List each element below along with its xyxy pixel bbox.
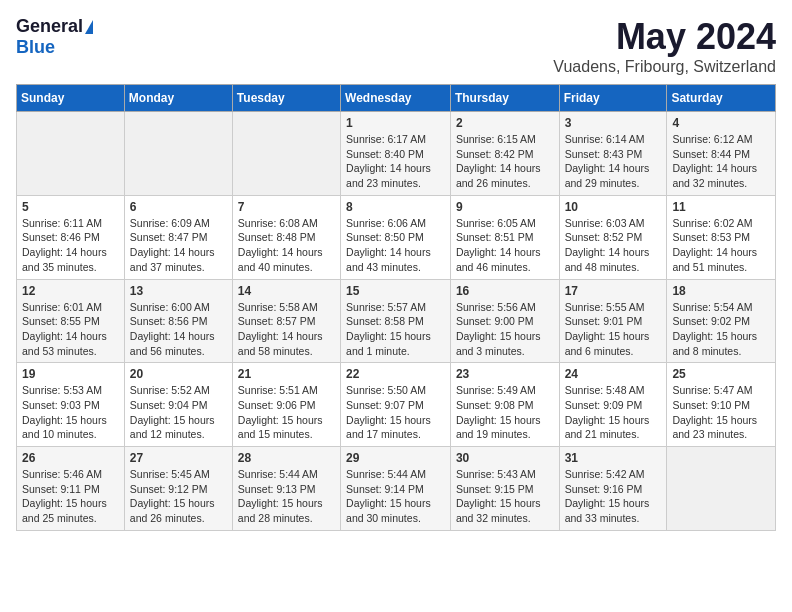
day-number: 31: [565, 451, 662, 465]
calendar-cell: 17Sunrise: 5:55 AM Sunset: 9:01 PM Dayli…: [559, 279, 667, 363]
calendar-cell: [232, 112, 340, 196]
day-number: 29: [346, 451, 445, 465]
day-info: Sunrise: 6:09 AM Sunset: 8:47 PM Dayligh…: [130, 216, 227, 275]
day-number: 12: [22, 284, 119, 298]
day-number: 22: [346, 367, 445, 381]
day-info: Sunrise: 5:43 AM Sunset: 9:15 PM Dayligh…: [456, 467, 554, 526]
day-number: 27: [130, 451, 227, 465]
day-info: Sunrise: 5:52 AM Sunset: 9:04 PM Dayligh…: [130, 383, 227, 442]
day-number: 25: [672, 367, 770, 381]
calendar-cell: 13Sunrise: 6:00 AM Sunset: 8:56 PM Dayli…: [124, 279, 232, 363]
calendar-cell: 7Sunrise: 6:08 AM Sunset: 8:48 PM Daylig…: [232, 195, 340, 279]
calendar-cell: 26Sunrise: 5:46 AM Sunset: 9:11 PM Dayli…: [17, 447, 125, 531]
calendar-cell: 20Sunrise: 5:52 AM Sunset: 9:04 PM Dayli…: [124, 363, 232, 447]
calendar-week-row: 26Sunrise: 5:46 AM Sunset: 9:11 PM Dayli…: [17, 447, 776, 531]
day-info: Sunrise: 6:14 AM Sunset: 8:43 PM Dayligh…: [565, 132, 662, 191]
day-header-wednesday: Wednesday: [341, 85, 451, 112]
day-number: 13: [130, 284, 227, 298]
calendar-cell: 3Sunrise: 6:14 AM Sunset: 8:43 PM Daylig…: [559, 112, 667, 196]
calendar-cell: [124, 112, 232, 196]
calendar-cell: 18Sunrise: 5:54 AM Sunset: 9:02 PM Dayli…: [667, 279, 776, 363]
day-info: Sunrise: 5:51 AM Sunset: 9:06 PM Dayligh…: [238, 383, 335, 442]
calendar-week-row: 19Sunrise: 5:53 AM Sunset: 9:03 PM Dayli…: [17, 363, 776, 447]
calendar-cell: 2Sunrise: 6:15 AM Sunset: 8:42 PM Daylig…: [450, 112, 559, 196]
day-info: Sunrise: 5:46 AM Sunset: 9:11 PM Dayligh…: [22, 467, 119, 526]
page-subtitle: Vuadens, Fribourg, Switzerland: [553, 58, 776, 76]
day-number: 17: [565, 284, 662, 298]
calendar-cell: 21Sunrise: 5:51 AM Sunset: 9:06 PM Dayli…: [232, 363, 340, 447]
calendar-cell: 5Sunrise: 6:11 AM Sunset: 8:46 PM Daylig…: [17, 195, 125, 279]
day-header-friday: Friday: [559, 85, 667, 112]
day-info: Sunrise: 5:53 AM Sunset: 9:03 PM Dayligh…: [22, 383, 119, 442]
day-info: Sunrise: 6:12 AM Sunset: 8:44 PM Dayligh…: [672, 132, 770, 191]
day-info: Sunrise: 5:44 AM Sunset: 9:13 PM Dayligh…: [238, 467, 335, 526]
day-info: Sunrise: 5:44 AM Sunset: 9:14 PM Dayligh…: [346, 467, 445, 526]
logo-general-text: General: [16, 16, 83, 37]
day-number: 4: [672, 116, 770, 130]
logo: General Blue: [16, 16, 93, 58]
day-number: 7: [238, 200, 335, 214]
logo-triangle-icon: [85, 20, 93, 34]
calendar-cell: 1Sunrise: 6:17 AM Sunset: 8:40 PM Daylig…: [341, 112, 451, 196]
calendar-cell: 25Sunrise: 5:47 AM Sunset: 9:10 PM Dayli…: [667, 363, 776, 447]
day-info: Sunrise: 5:49 AM Sunset: 9:08 PM Dayligh…: [456, 383, 554, 442]
day-number: 18: [672, 284, 770, 298]
calendar-cell: 14Sunrise: 5:58 AM Sunset: 8:57 PM Dayli…: [232, 279, 340, 363]
calendar-cell: 22Sunrise: 5:50 AM Sunset: 9:07 PM Dayli…: [341, 363, 451, 447]
day-number: 2: [456, 116, 554, 130]
day-info: Sunrise: 6:06 AM Sunset: 8:50 PM Dayligh…: [346, 216, 445, 275]
calendar-cell: 31Sunrise: 5:42 AM Sunset: 9:16 PM Dayli…: [559, 447, 667, 531]
day-header-saturday: Saturday: [667, 85, 776, 112]
day-number: 15: [346, 284, 445, 298]
logo-blue-text: Blue: [16, 37, 55, 58]
day-info: Sunrise: 5:48 AM Sunset: 9:09 PM Dayligh…: [565, 383, 662, 442]
calendar-week-row: 1Sunrise: 6:17 AM Sunset: 8:40 PM Daylig…: [17, 112, 776, 196]
day-number: 20: [130, 367, 227, 381]
calendar-week-row: 5Sunrise: 6:11 AM Sunset: 8:46 PM Daylig…: [17, 195, 776, 279]
calendar-cell: 28Sunrise: 5:44 AM Sunset: 9:13 PM Dayli…: [232, 447, 340, 531]
day-info: Sunrise: 6:08 AM Sunset: 8:48 PM Dayligh…: [238, 216, 335, 275]
calendar-cell: 16Sunrise: 5:56 AM Sunset: 9:00 PM Dayli…: [450, 279, 559, 363]
calendar-cell: 30Sunrise: 5:43 AM Sunset: 9:15 PM Dayli…: [450, 447, 559, 531]
day-number: 30: [456, 451, 554, 465]
calendar-week-row: 12Sunrise: 6:01 AM Sunset: 8:55 PM Dayli…: [17, 279, 776, 363]
calendar-cell: [667, 447, 776, 531]
day-info: Sunrise: 6:15 AM Sunset: 8:42 PM Dayligh…: [456, 132, 554, 191]
day-header-tuesday: Tuesday: [232, 85, 340, 112]
title-area: May 2024 Vuadens, Fribourg, Switzerland: [553, 16, 776, 76]
day-info: Sunrise: 6:02 AM Sunset: 8:53 PM Dayligh…: [672, 216, 770, 275]
calendar-cell: 15Sunrise: 5:57 AM Sunset: 8:58 PM Dayli…: [341, 279, 451, 363]
day-number: 9: [456, 200, 554, 214]
calendar-cell: 11Sunrise: 6:02 AM Sunset: 8:53 PM Dayli…: [667, 195, 776, 279]
day-info: Sunrise: 5:55 AM Sunset: 9:01 PM Dayligh…: [565, 300, 662, 359]
calendar-cell: 27Sunrise: 5:45 AM Sunset: 9:12 PM Dayli…: [124, 447, 232, 531]
day-info: Sunrise: 6:00 AM Sunset: 8:56 PM Dayligh…: [130, 300, 227, 359]
day-info: Sunrise: 6:01 AM Sunset: 8:55 PM Dayligh…: [22, 300, 119, 359]
calendar-cell: 29Sunrise: 5:44 AM Sunset: 9:14 PM Dayli…: [341, 447, 451, 531]
day-info: Sunrise: 5:58 AM Sunset: 8:57 PM Dayligh…: [238, 300, 335, 359]
day-info: Sunrise: 5:42 AM Sunset: 9:16 PM Dayligh…: [565, 467, 662, 526]
day-number: 3: [565, 116, 662, 130]
calendar-cell: 4Sunrise: 6:12 AM Sunset: 8:44 PM Daylig…: [667, 112, 776, 196]
day-number: 5: [22, 200, 119, 214]
day-info: Sunrise: 5:56 AM Sunset: 9:00 PM Dayligh…: [456, 300, 554, 359]
page-title: May 2024: [553, 16, 776, 58]
day-number: 19: [22, 367, 119, 381]
day-header-monday: Monday: [124, 85, 232, 112]
calendar-header-row: SundayMondayTuesdayWednesdayThursdayFrid…: [17, 85, 776, 112]
day-number: 21: [238, 367, 335, 381]
day-info: Sunrise: 5:47 AM Sunset: 9:10 PM Dayligh…: [672, 383, 770, 442]
calendar-table: SundayMondayTuesdayWednesdayThursdayFrid…: [16, 84, 776, 531]
day-number: 26: [22, 451, 119, 465]
day-number: 24: [565, 367, 662, 381]
day-number: 6: [130, 200, 227, 214]
calendar-cell: [17, 112, 125, 196]
page-header: General Blue May 2024 Vuadens, Fribourg,…: [16, 16, 776, 76]
day-info: Sunrise: 6:05 AM Sunset: 8:51 PM Dayligh…: [456, 216, 554, 275]
day-number: 23: [456, 367, 554, 381]
day-info: Sunrise: 5:57 AM Sunset: 8:58 PM Dayligh…: [346, 300, 445, 359]
calendar-cell: 23Sunrise: 5:49 AM Sunset: 9:08 PM Dayli…: [450, 363, 559, 447]
day-info: Sunrise: 5:45 AM Sunset: 9:12 PM Dayligh…: [130, 467, 227, 526]
calendar-cell: 6Sunrise: 6:09 AM Sunset: 8:47 PM Daylig…: [124, 195, 232, 279]
calendar-cell: 19Sunrise: 5:53 AM Sunset: 9:03 PM Dayli…: [17, 363, 125, 447]
